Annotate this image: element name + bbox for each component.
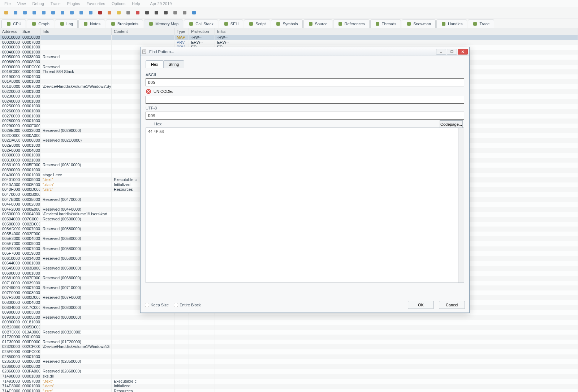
tab-call-stack[interactable]: Call Stack (184, 20, 218, 28)
tab-string[interactable]: String (163, 60, 185, 68)
menu-favourites[interactable]: Favourites (87, 1, 105, 6)
table-row[interactable]: 01F30000003F0000Reserved (01F20000) (0, 340, 578, 345)
tag-red[interactable] (134, 9, 142, 17)
maximize-button[interactable] (447, 49, 457, 55)
dialog-title: Find Pattern... (149, 49, 174, 54)
hash[interactable] (152, 9, 160, 17)
tab-symbols[interactable]: Symbols (271, 20, 302, 28)
table-row[interactable]: 0285100000006000Reserved (02850000) (0, 359, 578, 364)
menu-options[interactable]: Options (112, 1, 125, 6)
entire-block-checkbox[interactable]: Entire Block (174, 303, 201, 307)
header-content[interactable]: Content (112, 28, 174, 35)
tab-memory-map[interactable]: Memory Map (144, 20, 183, 28)
header-type[interactable]: Type (174, 28, 189, 35)
menu-debug[interactable]: Debug (32, 1, 44, 6)
codepage-button[interactable]: Codepage... (440, 120, 463, 128)
arrow-right[interactable] (30, 9, 38, 17)
menu-help[interactable]: Help (132, 1, 140, 6)
table-row[interactable]: 7149100000057000 ".text"Executable c (0, 379, 578, 384)
keep-size-checkbox[interactable]: Keep Size (145, 303, 169, 307)
text-a[interactable] (162, 9, 170, 17)
table-row[interactable]: 025F0000000FC000 (0, 349, 578, 354)
pause[interactable] (40, 9, 48, 17)
run-to[interactable] (77, 9, 85, 17)
globe[interactable] (190, 9, 198, 17)
build-date: Apr 29 2019 (150, 1, 172, 6)
table-row[interactable]: 0001000000010000MAP-RW---RW-- (0, 35, 578, 40)
svg-rect-16 (155, 11, 158, 14)
header-protection[interactable]: Protection (189, 28, 215, 35)
table-row[interactable]: 00B7D000013A3000Reserved (00B20000) (0, 330, 578, 335)
tab-label: SEH (230, 22, 239, 26)
tab-cpu[interactable]: CPU (1, 20, 26, 28)
header-size[interactable]: Size (20, 28, 40, 35)
tab-trace[interactable]: Trace (468, 20, 494, 28)
tab-threads[interactable]: Threads (370, 20, 401, 28)
undo[interactable] (12, 9, 20, 17)
step-out[interactable] (68, 9, 76, 17)
table-row[interactable]: 714E800000001000 ".data"Initialized (0, 384, 578, 389)
threads-icon (375, 21, 380, 26)
table-row[interactable]: 02866000003FA000Reserved (02860000) (0, 369, 578, 374)
step-into[interactable] (49, 9, 57, 17)
table-row[interactable]: 0286000000006000 (0, 364, 578, 369)
tag-yellow[interactable] (115, 9, 123, 17)
link[interactable] (124, 9, 132, 17)
folder-open[interactable] (2, 9, 10, 17)
keep-size-label: Keep Size (151, 303, 169, 307)
step-over[interactable] (59, 9, 66, 17)
tab-seh[interactable]: SEH (219, 20, 243, 28)
minimize-button[interactable] (436, 49, 446, 55)
table-row[interactable]: 01F2000000010000 (0, 335, 578, 340)
log-icon (60, 21, 65, 26)
tab-references[interactable]: References (333, 20, 370, 28)
close-button[interactable] (458, 49, 468, 55)
menu-plugins[interactable]: Plugins (67, 1, 80, 6)
table-row[interactable]: 0002000000007000PRVERW--ERW-- (0, 40, 578, 45)
table-row[interactable]: 0285000000001000 (0, 354, 578, 359)
menu-file[interactable]: File (4, 1, 11, 6)
label-utf8: UTF-8 (146, 106, 464, 110)
dialog-titlebar[interactable]: Find Pattern... (141, 47, 469, 56)
anchor[interactable] (87, 9, 95, 17)
tab-source[interactable]: Source (303, 20, 332, 28)
table-row[interactable]: 7149000000001000sxs.dll (0, 374, 578, 379)
tab-notes[interactable]: Notes (78, 20, 105, 28)
table-row[interactable]: 02320000002CF000\Device\HarddiskVolume1\… (0, 344, 578, 349)
stop-red[interactable] (96, 9, 104, 17)
eraser[interactable] (105, 9, 113, 17)
unicode-input[interactable] (146, 96, 464, 104)
header-initial[interactable]: Initial (215, 28, 578, 35)
tab-graph[interactable]: Graph (27, 20, 54, 28)
tab-label: Source (315, 22, 328, 26)
hex-textarea[interactable]: 44 4F 53 (146, 128, 464, 283)
header-info[interactable]: Info (40, 28, 112, 35)
table-row[interactable]: 0099000000181000 (0, 320, 578, 325)
menu-view[interactable]: View (17, 1, 26, 6)
utf8-input[interactable] (146, 112, 464, 120)
cancel-button[interactable]: Cancel (439, 301, 465, 309)
tab-handles[interactable]: Handles (436, 20, 467, 28)
table-row[interactable]: 00B200000005D000 (0, 325, 578, 330)
svg-rect-22 (32, 22, 36, 26)
svg-rect-26 (149, 22, 153, 26)
header-address[interactable]: Address (0, 28, 20, 35)
tab-script[interactable]: Script (244, 20, 270, 28)
page[interactable] (171, 9, 179, 17)
scrollbar[interactable] (458, 128, 464, 283)
tab-breakpoints[interactable]: Breakpoints (106, 20, 143, 28)
menu-trace[interactable]: Trace (51, 1, 61, 6)
tab-label: CPU (13, 22, 21, 26)
ok-button[interactable]: OK (408, 301, 434, 309)
table-row[interactable]: 714E900000001000 ".rsrc"Resources (0, 389, 578, 392)
stop[interactable] (21, 9, 29, 17)
ascii-input[interactable] (146, 78, 464, 86)
fx[interactable] (143, 9, 151, 17)
tab-hex[interactable]: Hex (146, 60, 164, 68)
table-row[interactable]: 0098300000005000Reserved (00800000) (0, 315, 578, 320)
svg-rect-25 (111, 22, 115, 26)
tab-snowman[interactable]: Snowman (402, 20, 436, 28)
tab-log[interactable]: Log (55, 20, 78, 28)
list[interactable] (181, 9, 189, 17)
svg-rect-32 (338, 22, 342, 26)
